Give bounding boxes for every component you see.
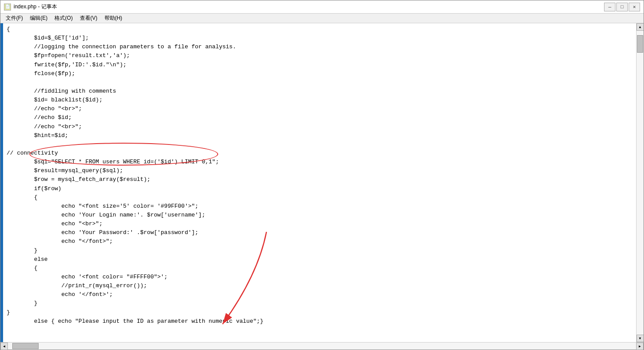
scroll-up-button[interactable]: ▲ bbox=[637, 23, 644, 31]
horizontal-scrollbar[interactable]: ◀ ▶ bbox=[0, 342, 644, 350]
scroll-left-button[interactable]: ◀ bbox=[0, 343, 8, 350]
editor-area: { $id=$_GET['id']; //logging the connect… bbox=[0, 23, 644, 342]
minimize-button[interactable]: — bbox=[604, 3, 615, 11]
menu-format[interactable]: 格式(O) bbox=[51, 14, 76, 23]
menu-edit[interactable]: 编辑(E) bbox=[26, 14, 51, 23]
menu-bar: 文件(F) 编辑(E) 格式(O) 查看(V) 帮助(H) bbox=[0, 14, 644, 23]
window-controls: — □ ✕ bbox=[604, 3, 640, 11]
vertical-scrollbar[interactable]: ▲ ▼ bbox=[636, 23, 644, 342]
scroll-track-horizontal[interactable] bbox=[8, 343, 636, 350]
notepad-window: 📄 index.php - 记事本 — □ ✕ 文件(F) 编辑(E) 格式(O… bbox=[0, 0, 644, 350]
title-bar: 📄 index.php - 记事本 — □ ✕ bbox=[0, 0, 644, 14]
menu-file[interactable]: 文件(F) bbox=[2, 14, 26, 23]
app-icon: 📄 bbox=[4, 4, 11, 11]
scroll-down-button[interactable]: ▼ bbox=[637, 335, 644, 342]
scroll-thumb-vertical[interactable] bbox=[637, 35, 643, 53]
menu-help[interactable]: 帮助(H) bbox=[101, 14, 126, 23]
scroll-track-vertical[interactable] bbox=[637, 31, 644, 335]
close-button[interactable]: ✕ bbox=[629, 3, 640, 11]
scroll-right-button[interactable]: ▶ bbox=[636, 343, 644, 350]
menu-view[interactable]: 查看(V) bbox=[76, 14, 101, 23]
scroll-thumb-horizontal[interactable] bbox=[12, 343, 39, 349]
editor-scroll-area[interactable]: { $id=$_GET['id']; //logging the connect… bbox=[3, 23, 636, 342]
maximize-button[interactable]: □ bbox=[616, 3, 628, 11]
window-title: index.php - 记事本 bbox=[14, 3, 604, 11]
code-content[interactable]: { $id=$_GET['id']; //logging the connect… bbox=[7, 25, 636, 342]
